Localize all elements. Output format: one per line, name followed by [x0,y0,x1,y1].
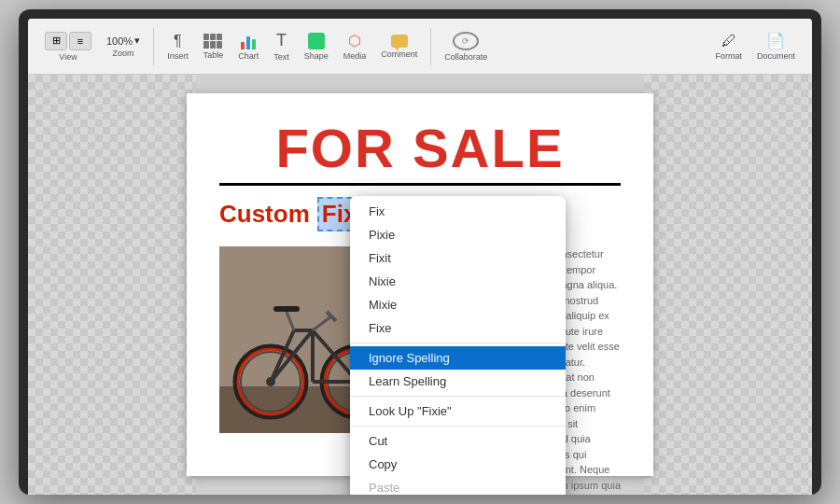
menu-fixe-label: Fixe [369,321,392,335]
toolbar-format-group[interactable]: 🖊 Format [709,31,748,63]
zoom-label: Zoom [113,49,134,58]
menu-fixit-label: Fixit [369,251,391,265]
menu-separator-3 [350,426,566,427]
chart-label: Chart [238,51,259,61]
toolbar-text-group[interactable]: T Text [268,29,295,63]
toolbar-insert-group[interactable]: ¶ Insert [161,31,194,63]
shape-icon [308,33,325,49]
laptop-frame: ⊞ ≡ View 100% ▾ Zoom ¶ Insert [19,9,821,495]
context-menu: Fix Pixie Fixit Nixie Mixie Fixe [350,196,566,495]
menu-nixie-label: Nixie [369,274,396,288]
table-icon [203,34,222,49]
menu-item-fix[interactable]: Fix [350,200,566,223]
document-area: FOR SALE Custom Fixie Bike $300 [28,75,812,495]
text-label: Text [273,52,289,62]
menu-paste-label: Paste [369,481,399,495]
text-icon: T [276,31,287,50]
toolbar-right: 🖊 Format 📄 Document [709,30,801,63]
menu-copy-label: Copy [369,457,397,471]
menu-fix-label: Fix [369,204,385,218]
document-label: Document [757,51,795,61]
toolbar-view-group: ⊞ ≡ View [39,30,97,63]
zoom-value: 100% [106,35,133,47]
toolbar-collaborate-group[interactable]: ⟳ Collaborate [439,30,493,63]
toolbar-media-group[interactable]: ⬡ Media [338,30,372,63]
menu-pixie-label: Pixie [369,228,395,242]
menu-cut-label: Cut [369,434,387,448]
toolbar-chart-group[interactable]: Chart [232,31,264,63]
zoom-chevron-icon: ▾ [134,35,140,47]
toolbar-table-group[interactable]: Table [198,32,230,62]
toolbar: ⊞ ≡ View 100% ▾ Zoom ¶ Insert [28,19,812,75]
divider-2 [430,28,431,65]
view-mode-button[interactable]: ⊞ [45,32,67,50]
checker-right [644,75,812,495]
table-label: Table [203,50,224,60]
shape-label: Shape [304,51,329,61]
menu-item-look-up[interactable]: Look Up "Fixie" [350,399,566,423]
menu-item-nixie[interactable]: Nixie [350,270,566,293]
screen: ⊞ ≡ View 100% ▾ Zoom ¶ Insert [28,19,812,495]
format-icon: 🖊 [721,33,736,49]
menu-item-copy[interactable]: Copy [350,453,566,476]
collaborate-icon: ⟳ [453,32,479,50]
zoom-control[interactable]: 100% ▾ [106,35,140,47]
subtitle-prefix: Custom [219,200,310,229]
view-toggle-button[interactable]: ≡ [69,32,91,50]
media-label: Media [343,51,367,61]
menu-item-ignore-spelling[interactable]: Ignore Spelling [350,346,566,370]
collaborate-label: Collaborate [444,52,487,62]
toolbar-comment-group[interactable]: Comment [375,33,423,61]
menu-learn-spelling-label: Learn Spelling [369,374,446,388]
comment-icon [391,35,408,48]
view-label: View [59,52,77,62]
divider-1 [153,28,154,65]
svg-rect-19 [273,306,300,312]
menu-mixie-label: Mixie [369,298,397,312]
document-title: FOR SALE [219,121,621,175]
comment-label: Comment [381,49,417,59]
format-label: Format [715,51,742,61]
menu-look-up-label: Look Up "Fixie" [369,404,452,418]
toolbar-shape-group[interactable]: Shape [299,31,334,63]
menu-item-paste: Paste [350,476,566,495]
document-icon: 📄 [766,32,785,49]
checker-left [28,75,196,495]
menu-item-fixit[interactable]: Fixit [350,246,566,270]
menu-separator-2 [350,396,566,397]
menu-item-mixie[interactable]: Mixie [350,293,566,316]
menu-item-learn-spelling[interactable]: Learn Spelling [350,370,566,393]
toolbar-document-group[interactable]: 📄 Document [751,30,801,63]
menu-item-fixe[interactable]: Fixe [350,316,566,340]
title-underline [219,183,621,186]
media-icon: ⬡ [348,32,361,49]
toolbar-zoom-group: 100% ▾ Zoom [101,33,146,60]
menu-ignore-spelling-label: Ignore Spelling [369,351,450,365]
menu-separator-1 [350,343,566,343]
chart-icon [241,33,256,49]
insert-label: Insert [167,51,189,61]
menu-item-cut[interactable]: Cut [350,429,566,453]
menu-item-pixie[interactable]: Pixie [350,223,566,246]
